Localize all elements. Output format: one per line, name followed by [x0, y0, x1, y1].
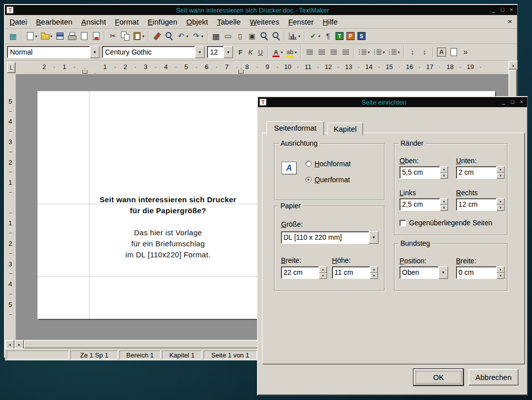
chevron-down-icon[interactable]: ▼	[90, 46, 100, 58]
planmaker-app-icon[interactable]: P	[346, 32, 354, 40]
insert-table-icon[interactable]: ▦	[210, 30, 222, 42]
textmaker-app-icon[interactable]: T	[336, 32, 344, 40]
papier-hoehe-spinner[interactable]: 11 cm ▲ ▼	[332, 266, 378, 279]
radio-circle-checked-icon[interactable]	[306, 177, 312, 183]
line-spacing-button[interactable]: ↕	[406, 46, 418, 58]
radio-circle-icon[interactable]	[306, 161, 312, 167]
format-paintbrush-icon[interactable]	[151, 30, 163, 42]
bundsteg-breite-spinner[interactable]: 0 cm ▲ ▼	[456, 266, 504, 279]
spin-up-icon[interactable]: ▲	[496, 166, 504, 173]
font-name-combo[interactable]: Century Gothic ▼	[102, 46, 204, 58]
document-text[interactable]: Seit wann interessieren sich Drucker für…	[89, 194, 247, 260]
horizontal-ruler[interactable]: 2112345678910111213141516171819	[16, 61, 508, 75]
spin-up-icon[interactable]: ▲	[440, 166, 448, 173]
menubar-item[interactable]: Objekt	[182, 16, 212, 28]
rechts-spinner[interactable]: 12 cm ▲ ▼	[456, 198, 504, 211]
checkbox-icon[interactable]	[400, 220, 406, 226]
spin-down-icon[interactable]: ▼	[319, 273, 327, 279]
minimize-button[interactable]: _	[490, 7, 498, 14]
bundsteg-position-value[interactable]: Oben	[400, 266, 438, 279]
papiergroesse-select[interactable]: DL [110 x 220 mm] ▼	[281, 231, 378, 244]
papier-breite-spinner[interactable]: 22 cm ▲ ▼	[281, 266, 327, 279]
page-layout-icon[interactable]: ▦	[7, 30, 19, 42]
align-right-button[interactable]	[328, 46, 340, 58]
papiergroesse-value[interactable]: DL [110 x 220 mm]	[281, 231, 369, 244]
links-spinner[interactable]: 2,5 cm ▲ ▼	[400, 198, 448, 211]
outline-list-arrow[interactable]: ▾	[396, 46, 401, 58]
dialog-close-button[interactable]: ×	[518, 99, 526, 106]
chevron-down-icon[interactable]: ▼	[195, 46, 204, 58]
spin-up-icon[interactable]: ▲	[370, 266, 378, 273]
spin-down-icon[interactable]: ▼	[440, 205, 448, 211]
links-value[interactable]: 2,5 cm	[400, 198, 440, 211]
chevron-down-icon[interactable]: ▼	[438, 266, 448, 279]
unten-spinner[interactable]: 2 cm ▲ ▼	[456, 166, 504, 179]
spin-up-icon[interactable]: ▲	[496, 198, 504, 205]
close-button[interactable]: ×	[508, 7, 516, 14]
bullet-list-arrow[interactable]: ▾	[366, 46, 371, 58]
export-pdf-icon[interactable]	[90, 30, 102, 42]
open-file-arrow[interactable]: ▾	[49, 30, 54, 42]
align-center-button[interactable]	[316, 46, 328, 58]
menubar-item[interactable]: Einfügen	[143, 16, 182, 28]
find-icon[interactable]	[258, 30, 270, 42]
papier-breite-value[interactable]: 22 cm	[281, 266, 319, 279]
font-size-combo[interactable]: 12 ▼	[207, 46, 233, 58]
tab-seitenformat[interactable]: Seitenformat	[266, 121, 324, 136]
zoom-icon[interactable]	[270, 30, 282, 42]
formatting-marks-icon[interactable]: ¶	[322, 30, 334, 42]
radio-hochformat[interactable]: Hochformat	[306, 160, 350, 168]
vertical-scroll-thumb[interactable]	[508, 70, 517, 100]
horizontal-scroll-thumb[interactable]	[24, 340, 260, 348]
menubar-item[interactable]: Bearbeiten	[32, 16, 77, 28]
spin-down-icon[interactable]: ▼	[496, 173, 504, 179]
bold-button[interactable]: F	[236, 46, 246, 58]
paragraph-style-combo[interactable]: Normal ▼	[7, 46, 100, 58]
insert-object-icon[interactable]: ▣	[246, 30, 258, 42]
align-left-button[interactable]	[304, 46, 316, 58]
italic-button[interactable]: K	[246, 46, 256, 58]
scroll-up-button[interactable]: ▲	[508, 61, 518, 70]
radio-querformat[interactable]: Querformat	[306, 176, 350, 184]
gegenueberliegende-seiten-checkbox[interactable]: Gegenüberliegende Seiten	[400, 219, 492, 227]
menubar-item[interactable]: Hilfe	[318, 16, 342, 28]
undo-arrow[interactable]: ▾	[185, 30, 190, 42]
cancel-button[interactable]: Abbrechen	[468, 369, 518, 385]
insert-frame-icon[interactable]: ▭	[222, 30, 234, 42]
tab-kapitel[interactable]: Kapitel	[328, 123, 364, 136]
menubar-item[interactable]: Tabelle	[212, 16, 246, 28]
print-icon[interactable]	[66, 30, 78, 42]
menubar-item[interactable]: Datei	[5, 16, 32, 28]
presentations-app-icon[interactable]: S	[358, 32, 366, 40]
save-icon[interactable]	[54, 30, 66, 42]
print-preview-icon[interactable]	[78, 30, 90, 42]
close-document-button[interactable]: ×	[503, 18, 517, 26]
dialog-minimize-button[interactable]: _	[500, 99, 508, 106]
unten-value[interactable]: 2 cm	[456, 166, 496, 179]
font-color-arrow[interactable]: ▾	[280, 46, 284, 58]
spin-down-icon[interactable]: ▼	[496, 205, 504, 211]
copy-icon[interactable]	[119, 30, 131, 42]
menubar-item[interactable]: Format	[110, 16, 144, 28]
align-justify-button[interactable]	[340, 46, 352, 58]
spellcheck-arrow[interactable]: ▾	[317, 30, 322, 42]
dialog-maximize-button[interactable]: □	[508, 99, 516, 106]
papier-hoehe-value[interactable]: 11 cm	[332, 266, 370, 279]
search-icon[interactable]	[163, 30, 175, 42]
oben-spinner[interactable]: 5,5 cm ▲ ▼	[400, 166, 448, 179]
redo-arrow[interactable]: ▾	[200, 30, 204, 42]
spin-up-icon[interactable]: ▲	[496, 266, 504, 273]
spin-down-icon[interactable]: ▼	[370, 273, 378, 279]
tab-type-selector[interactable]: L	[7, 62, 16, 73]
chart-arrow[interactable]: ▾	[297, 30, 302, 42]
toolbar-overflow-button[interactable]: »	[460, 46, 472, 58]
bundsteg-breite-value[interactable]: 0 cm	[456, 266, 496, 279]
spin-up-icon[interactable]: ▲	[440, 198, 448, 205]
underline-button[interactable]: U	[256, 46, 266, 58]
numbered-list-arrow[interactable]: ▾	[382, 46, 386, 58]
bundsteg-position-select[interactable]: Oben ▼	[400, 266, 448, 279]
window-titlebar[interactable]: T Seit wann interessieren sich Drucker.d…	[5, 5, 517, 15]
chevron-down-icon[interactable]: ▼	[224, 46, 233, 58]
ok-button[interactable]: OK	[414, 369, 464, 385]
cut-icon[interactable]: ✂	[107, 30, 119, 42]
